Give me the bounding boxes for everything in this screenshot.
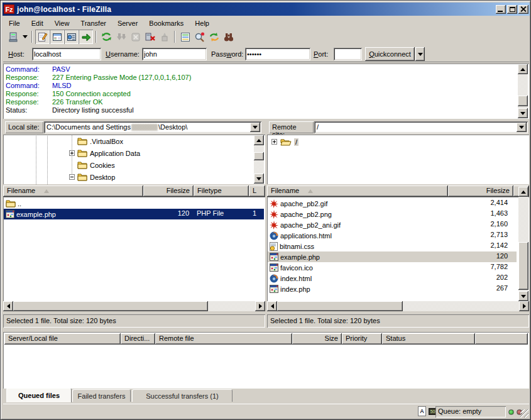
toggle-transfer-queue-button[interactable] [79, 30, 93, 44]
scroll-up-button[interactable] [254, 135, 264, 145]
username-input[interactable] [142, 48, 207, 60]
file-row[interactable]: index.html 202 [268, 273, 517, 284]
folder-icon [77, 161, 87, 169]
remote-site-combo[interactable]: / [314, 121, 528, 133]
data-type-icon[interactable]: A [418, 406, 426, 416]
title-bar[interactable]: Fz john@localhost - FileZilla [3, 3, 530, 16]
file-row[interactable]: favicon.ico 7,782 [268, 262, 517, 273]
tree-item-root[interactable]: / [280, 136, 298, 147]
maximize-button[interactable] [507, 5, 517, 14]
local-header-last-modified[interactable]: L [249, 185, 265, 197]
folder-icon [77, 149, 87, 157]
scroll-left-button[interactable] [3, 301, 13, 311]
file-row-selected[interactable]: example.php 120 [268, 251, 517, 262]
log-scrollbar[interactable] [518, 64, 528, 118]
tree-item-virtualbox[interactable]: .VirtualBox [77, 136, 123, 146]
local-file-list[interactable]: .. example.php 120 PHP File 1 [3, 197, 265, 301]
toggle-remote-tree-button[interactable] [64, 30, 79, 44]
remote-directory-tree[interactable]: / [267, 135, 529, 184]
expand-icon[interactable] [271, 139, 277, 145]
file-row[interactable]: bitnami.css 2,142 [268, 241, 517, 251]
scroll-thumb[interactable] [518, 242, 528, 290]
remote-file-list[interactable]: apache_pb2.gif 2,414 apache_pb2.png 1,46… [267, 197, 529, 301]
queue-header-status[interactable]: Status [382, 333, 475, 345]
refresh-button[interactable] [99, 30, 114, 44]
find-files-button[interactable] [221, 30, 236, 44]
queue-header-size[interactable]: Size [292, 333, 342, 345]
scroll-down-button[interactable] [518, 108, 528, 118]
menu-bookmarks[interactable]: Bookmarks [143, 18, 189, 28]
local-directory-tree[interactable]: .VirtualBox Application Data Cookies Des… [3, 135, 265, 184]
scroll-up-button[interactable] [518, 64, 528, 74]
tree-guide-line [72, 135, 72, 180]
resize-grip[interactable] [520, 409, 528, 417]
quickconnect-button[interactable]: Quickconnect [365, 47, 415, 61]
scroll-thumb[interactable] [277, 301, 403, 311]
remote-site-dropdown[interactable] [517, 123, 527, 132]
minimize-button[interactable] [496, 5, 506, 14]
menu-file[interactable]: File [3, 18, 26, 28]
queue-header-direction[interactable]: Directi... [121, 333, 155, 345]
synchronized-browsing-button[interactable] [207, 30, 221, 44]
local-header-filename[interactable]: Filename [3, 185, 143, 197]
queue-header-priority[interactable]: Priority [342, 333, 382, 345]
remote-list-hscrollbar[interactable] [267, 301, 529, 311]
tab-successful-transfers[interactable]: Successful transfers (1) [132, 389, 233, 402]
directory-comparison-button[interactable] [192, 30, 207, 44]
local-site-combo[interactable]: C:\Documents and Settings\Desktop\ [44, 121, 261, 133]
local-site-dropdown[interactable] [250, 123, 260, 132]
tree-item-application-data[interactable]: Application Data [77, 148, 140, 158]
local-tree-scrollbar[interactable] [254, 135, 264, 184]
filter-button[interactable] [178, 30, 192, 44]
disconnect-button[interactable] [143, 30, 157, 44]
password-input[interactable] [245, 48, 310, 60]
toggle-local-tree-button[interactable] [50, 30, 64, 44]
scroll-thumb[interactable] [13, 301, 208, 311]
expand-icon[interactable] [69, 150, 75, 156]
quickconnect-dropdown[interactable] [415, 47, 425, 61]
file-row-updir[interactable]: .. [4, 198, 264, 209]
menu-help[interactable]: Help [189, 18, 215, 28]
host-input[interactable] [32, 48, 101, 60]
remote-list-scrollbar[interactable] [518, 187, 528, 301]
menu-server[interactable]: Server [112, 18, 143, 28]
tree-item-desktop[interactable]: Desktop [77, 172, 115, 182]
open-folder-icon [280, 138, 292, 146]
close-button[interactable] [518, 5, 528, 14]
local-header-filesize[interactable]: Filesize [143, 185, 194, 197]
queue-header-local-file[interactable]: Server/Local file [4, 333, 121, 345]
filezilla-logo-icon: Fz [4, 4, 14, 14]
process-queue-icon [116, 31, 127, 43]
collapse-icon[interactable] [69, 174, 75, 180]
port-input[interactable] [334, 48, 362, 60]
scroll-right-button[interactable] [255, 301, 265, 311]
tab-queued-files[interactable]: Queued files [6, 388, 72, 402]
file-row[interactable]: apache_pb2.gif 2,414 [268, 198, 517, 209]
scroll-thumb[interactable] [518, 96, 528, 106]
file-row-selected[interactable]: example.php 120 PHP File 1 [4, 209, 264, 219]
file-row[interactable]: apache_pb2.png 1,463 [268, 209, 517, 219]
local-list-hscrollbar[interactable] [3, 301, 265, 311]
menu-view[interactable]: View [49, 18, 75, 28]
remote-header-filename[interactable]: Filename [267, 185, 448, 197]
file-row[interactable]: applications.html 2,713 [268, 230, 517, 241]
scroll-left-button[interactable] [267, 301, 277, 311]
menu-transfer[interactable]: Transfer [75, 18, 112, 28]
message-log-icon [37, 31, 48, 43]
scroll-right-button[interactable] [519, 301, 529, 311]
toggle-message-log-button[interactable] [35, 30, 50, 44]
local-header-filetype[interactable]: Filetype [194, 185, 249, 197]
queue-header-remote-file[interactable]: Remote file [155, 333, 292, 345]
remote-header-filesize[interactable]: Filesize [448, 185, 513, 197]
site-manager-dropdown[interactable] [21, 30, 29, 44]
scroll-down-button[interactable] [254, 174, 264, 184]
scroll-thumb[interactable] [254, 152, 264, 160]
tab-failed-transfers[interactable]: Failed transfers [72, 389, 131, 402]
scroll-up-button[interactable] [518, 187, 528, 197]
file-row[interactable]: apache_pb2_ani.gif 2,160 [268, 219, 517, 230]
menu-edit[interactable]: Edit [26, 18, 49, 28]
scroll-down-button[interactable] [518, 291, 528, 301]
site-manager-button[interactable] [6, 30, 21, 44]
file-row[interactable]: index.php 267 [268, 284, 517, 294]
tree-item-cookies[interactable]: Cookies [77, 160, 115, 170]
